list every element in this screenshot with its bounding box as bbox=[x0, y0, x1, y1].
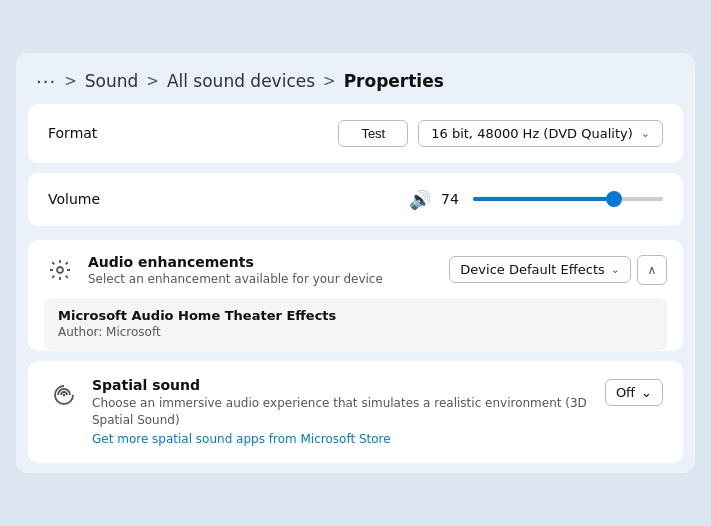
svg-point-0 bbox=[57, 267, 63, 273]
spatial-text: Spatial sound Choose an immersive audio … bbox=[92, 377, 593, 448]
enhancements-subtitle: Select an enhancement available for your… bbox=[88, 272, 437, 286]
breadcrumb-sep-3: > bbox=[323, 72, 336, 90]
audio-enhancements-card: Audio enhancements Select an enhancement… bbox=[28, 240, 683, 351]
enhancements-controls: Device Default Effects ⌄ ∧ bbox=[449, 255, 667, 285]
breadcrumb-sep-2: > bbox=[146, 72, 159, 90]
volume-right: 🔊 74 bbox=[409, 189, 663, 210]
spatial-sound-icon bbox=[48, 379, 80, 411]
format-dropdown-chevron: ⌄ bbox=[641, 127, 650, 140]
format-controls: Test 16 bit, 48000 Hz (DVD Quality) ⌄ bbox=[338, 120, 663, 147]
enhancements-text: Audio enhancements Select an enhancement… bbox=[88, 254, 437, 286]
audio-enhancements-icon bbox=[44, 254, 76, 286]
volume-icon: 🔊 bbox=[409, 189, 431, 210]
enhancements-collapse-button[interactable]: ∧ bbox=[637, 255, 667, 285]
volume-slider-fill bbox=[473, 197, 614, 201]
spatial-store-link[interactable]: Get more spatial sound apps from Microso… bbox=[92, 432, 391, 446]
enh-item-title: Microsoft Audio Home Theater Effects bbox=[58, 308, 653, 323]
enhancements-header: Audio enhancements Select an enhancement… bbox=[44, 254, 667, 286]
volume-number: 74 bbox=[441, 191, 463, 207]
test-button[interactable]: Test bbox=[338, 120, 408, 147]
volume-slider-thumb[interactable] bbox=[606, 191, 622, 207]
breadcrumb: ··· > Sound > All sound devices > Proper… bbox=[16, 53, 695, 104]
spatial-dropdown-chevron: ⌄ bbox=[641, 385, 652, 400]
breadcrumb-sep-1: > bbox=[64, 72, 77, 90]
spatial-dropdown[interactable]: Off ⌄ bbox=[605, 379, 663, 406]
main-container: ··· > Sound > All sound devices > Proper… bbox=[16, 53, 695, 474]
format-label: Format bbox=[48, 125, 108, 141]
breadcrumb-all-sound-devices[interactable]: All sound devices bbox=[167, 71, 315, 91]
enhancements-expanded-item: Microsoft Audio Home Theater Effects Aut… bbox=[44, 298, 667, 351]
format-dropdown-value: 16 bit, 48000 Hz (DVD Quality) bbox=[431, 126, 633, 141]
spatial-sound-card: Spatial sound Choose an immersive audio … bbox=[28, 361, 683, 464]
format-card: Format Test 16 bit, 48000 Hz (DVD Qualit… bbox=[28, 104, 683, 163]
format-dropdown[interactable]: 16 bit, 48000 Hz (DVD Quality) ⌄ bbox=[418, 120, 663, 147]
spatial-dropdown-value: Off bbox=[616, 385, 635, 400]
spatial-title: Spatial sound bbox=[92, 377, 593, 393]
enhancements-dropdown[interactable]: Device Default Effects ⌄ bbox=[449, 256, 631, 283]
enhancements-title: Audio enhancements bbox=[88, 254, 437, 270]
enh-item-author: Author: Microsoft bbox=[58, 325, 653, 339]
volume-slider[interactable] bbox=[473, 197, 663, 201]
enhancements-dropdown-chevron: ⌄ bbox=[611, 263, 620, 276]
breadcrumb-dots[interactable]: ··· bbox=[36, 71, 56, 92]
breadcrumb-properties: Properties bbox=[344, 71, 444, 91]
volume-card: Volume 🔊 74 bbox=[28, 173, 683, 226]
volume-label: Volume bbox=[48, 191, 108, 207]
enhancements-dropdown-value: Device Default Effects bbox=[460, 262, 604, 277]
breadcrumb-sound[interactable]: Sound bbox=[85, 71, 139, 91]
spatial-subtitle: Choose an immersive audio experience tha… bbox=[92, 395, 593, 429]
